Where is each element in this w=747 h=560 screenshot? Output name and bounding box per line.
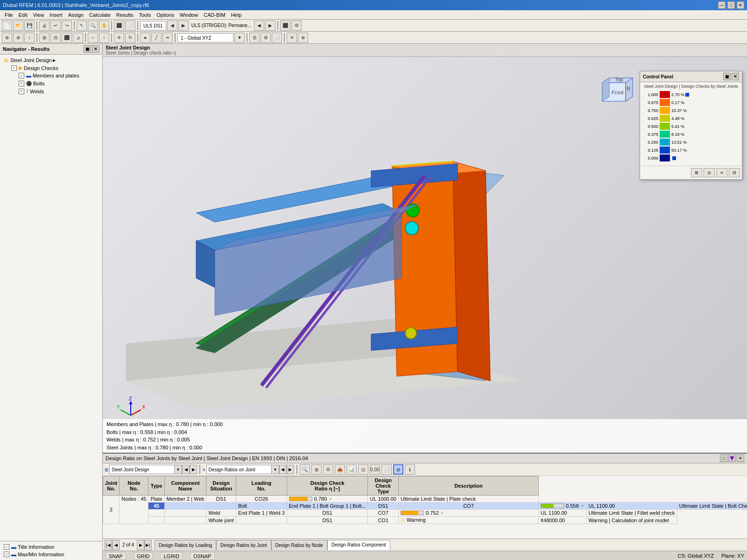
result-next[interactable]: ▶ [287, 465, 294, 474]
tb2-rotate[interactable]: ↻ [125, 33, 135, 43]
cs-selector[interactable]: 1 - Global XYZ [177, 33, 233, 42]
tb2-btn5[interactable]: ⊟ [50, 33, 61, 43]
nav-title-info[interactable]: ✓ ▬ Title Information [2, 543, 100, 551]
bp-active-tb[interactable]: ⊞ [393, 464, 403, 475]
save-button[interactable]: 💾 [24, 21, 35, 31]
status-lgrid[interactable]: LGRID [160, 552, 183, 560]
tb2-btn9[interactable]: ↕ [99, 33, 109, 43]
menu-cadbim[interactable]: CAD-BIM [201, 11, 228, 19]
tab-first[interactable]: |◀ [105, 540, 112, 550]
table-row[interactable]: Whole jointDS1CO1⚠ Warning¢48000.00Warni… [103, 517, 747, 524]
cp-btn-diagram[interactable]: ◎ [704, 168, 715, 177]
result-prev[interactable]: ◀ [279, 465, 287, 474]
ds-nav2[interactable]: ▶ [265, 21, 275, 31]
tb2-move[interactable]: ✛ [114, 33, 124, 43]
tab-next[interactable]: ▶ [137, 540, 144, 550]
menu-results[interactable]: Results [113, 11, 136, 19]
nav-check-welds[interactable]: ✓ [19, 89, 24, 94]
zoom-button[interactable]: 🔍 [88, 21, 98, 31]
cp-btn-settings[interactable]: ⊟ [729, 168, 740, 177]
viewport-3d[interactable]: X Y Z [103, 57, 747, 453]
nav-restore[interactable]: ▣ [84, 45, 91, 53]
tb2-btn3[interactable]: ↕ [24, 33, 35, 43]
bp-copy[interactable]: ⧉ [323, 464, 333, 475]
menu-file[interactable]: File [2, 11, 16, 19]
menu-options[interactable]: Options [154, 11, 177, 19]
nav-check-maxmin[interactable]: ✓ [4, 552, 9, 557]
module-next[interactable]: ▶ [190, 465, 197, 474]
redo-button[interactable]: ↪ [62, 21, 72, 31]
menu-insert[interactable]: Insert [47, 11, 65, 19]
cp-restore[interactable]: ▣ [723, 73, 731, 80]
ds-nav1[interactable]: ◀ [254, 21, 264, 31]
ds-next[interactable]: ▶ [178, 21, 189, 31]
undo-button[interactable]: ↩ [50, 21, 61, 31]
bp-search[interactable]: 🔍 [300, 464, 310, 475]
nav-steel-joint-design[interactable]: 🗁 Steel Joint Design ▶ [2, 56, 100, 64]
tab-by-node[interactable]: Design Ratios by Node [271, 540, 327, 550]
bp-filter[interactable]: ⊞ [311, 464, 322, 475]
tab-loading[interactable]: Design Ratios by Loading [155, 540, 216, 550]
tb2-node[interactable]: ● [140, 33, 150, 43]
render-button[interactable]: ⬛ [280, 21, 290, 31]
nav-design-checks[interactable]: ✓ ▶ Design Checks [9, 64, 100, 72]
module-arrow[interactable]: ▼ [175, 465, 182, 474]
nav-check-title[interactable]: ✓ [4, 544, 9, 550]
tb2-filter1[interactable]: ☰ [249, 33, 260, 43]
nav-members-plates[interactable]: ✓ ▬ Members and plates [17, 72, 100, 79]
minimize-button[interactable]: — [718, 1, 726, 9]
table-row[interactable]: WeldEnd Plate 1 | Weld 3DS1CO7 0.752 ✓ U… [103, 510, 747, 517]
close-button[interactable]: ✕ [737, 1, 744, 9]
bp-restore[interactable]: □ [720, 455, 727, 462]
table-row[interactable]: 45BoltEnd Plate 1 | Bolt Group 1 | Bolt.… [103, 503, 747, 510]
module-text[interactable]: Steel Joint Design [109, 465, 175, 474]
options-button[interactable]: ⚙ [291, 21, 302, 31]
nav-maxmin-info[interactable]: ✓ ▬ Max/Min Information [2, 551, 100, 558]
window-controls[interactable]: — □ ✕ [718, 1, 744, 9]
menu-help[interactable]: Help [228, 11, 245, 19]
nav-welds[interactable]: ✓ ⌇ Welds [17, 87, 100, 95]
bp-settings-table[interactable]: ⊡ [358, 464, 368, 475]
print-button[interactable]: 🖨 [39, 21, 49, 31]
result-arrow[interactable]: ▼ [272, 465, 279, 474]
menu-window[interactable]: Window [177, 11, 201, 19]
nav-check-bolts[interactable]: ✓ [19, 81, 24, 86]
menu-edit[interactable]: Edit [16, 11, 30, 19]
module-prev[interactable]: ◀ [182, 465, 190, 474]
result-selector[interactable]: ≡ Design Ratios on Joint ▼ ◀ ▶ [203, 465, 294, 474]
bp-select-all[interactable]: ⬜ [381, 464, 392, 475]
menu-assign[interactable]: Assign [65, 11, 86, 19]
status-osnap[interactable]: OSNAP [190, 552, 215, 560]
bp-export[interactable]: 📤 [335, 464, 345, 475]
open-button[interactable]: 📂 [13, 21, 23, 31]
nav-check-members[interactable]: ✓ [19, 73, 24, 78]
tb2-btn2[interactable]: ⊗ [13, 33, 23, 43]
maximize-button[interactable]: □ [727, 1, 735, 9]
design-situation-selector[interactable]: ULS DS1 [140, 21, 166, 30]
tb2-display[interactable]: ⬜ [272, 33, 282, 43]
module-selector[interactable]: ⊞ Steel Joint Design ▼ ◀ ▶ [105, 465, 197, 474]
tab-by-joint[interactable]: Design Ratios by Joint [216, 540, 271, 550]
tab-component[interactable]: Design Ratios Component [327, 540, 390, 550]
tb2-member[interactable]: ━ [162, 33, 173, 43]
bp-chart[interactable]: 📊 [346, 464, 357, 475]
tb2-btn6[interactable]: ⬛ [62, 33, 72, 43]
cube-navigator[interactable]: Front R Top [593, 71, 635, 113]
bp-table-container[interactable]: JointNo. NodeNo. Type ComponentName Desi… [103, 476, 747, 539]
bp-close-btn[interactable]: ✕ [737, 455, 744, 462]
tb2-btn7[interactable]: ⊿ [73, 33, 83, 43]
tb2-btn1[interactable]: ⊕ [2, 33, 12, 43]
menu-calculate[interactable]: Calculate [86, 11, 113, 19]
wireframe-button[interactable]: ⬜ [125, 21, 135, 31]
tb2-filter2[interactable]: ⚙ [261, 33, 271, 43]
result-text[interactable]: Design Ratios on Joint [206, 465, 272, 474]
nav-close[interactable]: ✕ [92, 45, 99, 53]
menu-view[interactable]: View [30, 11, 47, 19]
pan-button[interactable]: ✋ [99, 21, 109, 31]
tab-prev[interactable]: ◀ [112, 540, 120, 550]
view3d-button[interactable]: ⬛ [114, 21, 124, 31]
status-grid[interactable]: GRID [134, 552, 153, 560]
ds-prev[interactable]: ◀ [167, 21, 177, 31]
nav-check-design[interactable]: ✓ [11, 65, 17, 71]
new-button[interactable]: 📄 [2, 21, 12, 31]
